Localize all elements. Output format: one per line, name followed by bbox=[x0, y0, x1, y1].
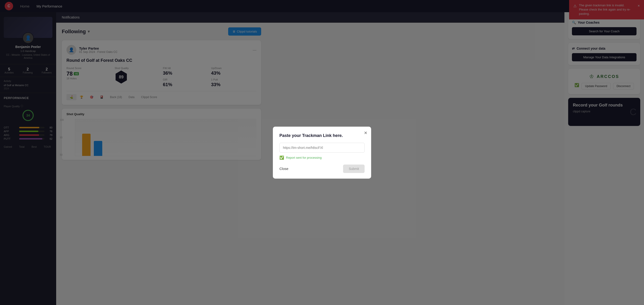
trackman-modal: ✕ Paste your Trackman Link here. ✅ Repor… bbox=[273, 127, 371, 178]
check-icon: ✅ bbox=[280, 156, 284, 160]
modal-title: Paste your Trackman Link here. bbox=[280, 133, 364, 138]
trackman-link-input[interactable] bbox=[280, 143, 364, 152]
modal-success-message: ✅ Report sent for processing bbox=[280, 156, 364, 160]
modal-overlay[interactable]: ✕ Paste your Trackman Link here. ✅ Repor… bbox=[0, 0, 644, 305]
modal-submit-button[interactable]: Submit bbox=[343, 164, 364, 173]
modal-close-button[interactable]: Close bbox=[280, 165, 288, 172]
modal-close-icon[interactable]: ✕ bbox=[364, 130, 368, 136]
modal-actions: Close Submit bbox=[280, 164, 364, 173]
